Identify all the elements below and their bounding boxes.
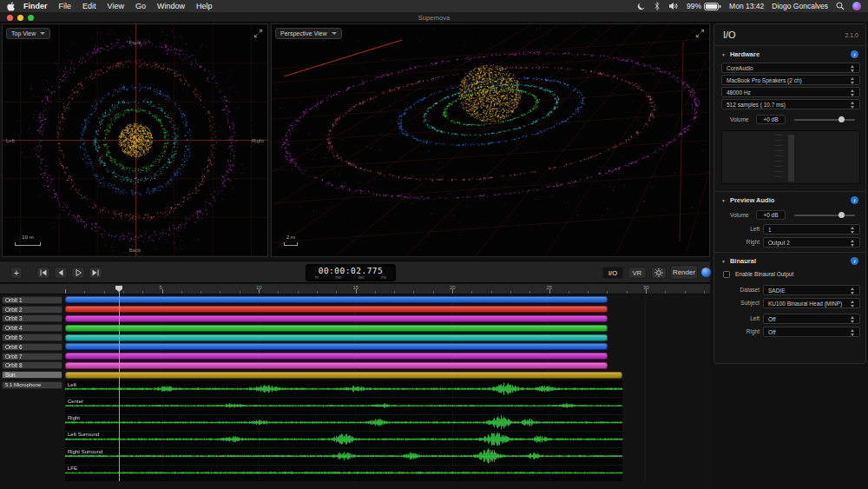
fullscreen-icon[interactable] (253, 28, 264, 39)
skip-to-end-button[interactable] (89, 267, 102, 279)
top-view-canvas[interactable] (3, 24, 267, 256)
panel-title: I/O (723, 30, 736, 40)
vr-view-button[interactable]: VR (628, 267, 647, 279)
hardware-volume-value[interactable]: +0 dB (756, 115, 786, 124)
channel-label: Left Surround (68, 432, 99, 437)
track-clip[interactable] (65, 343, 608, 350)
perspective-view-canvas[interactable] (272, 24, 709, 256)
playhead[interactable] (119, 286, 120, 481)
disclosure-triangle-icon[interactable]: ▼ (721, 198, 726, 203)
ruler-tick (240, 291, 240, 294)
buffer-size-select[interactable]: 512 samples ( 10.7 ms) (721, 99, 860, 109)
settings-button[interactable] (651, 267, 667, 279)
version-label: 2.1.0 (845, 32, 858, 38)
info-icon[interactable]: i (851, 50, 858, 58)
track-clip[interactable] (65, 362, 608, 369)
timeline-ruler[interactable]: 51015202530 (0, 284, 710, 294)
disclosure-triangle-icon[interactable]: ▼ (721, 52, 726, 57)
updown-chevron-icon (851, 240, 856, 247)
info-icon[interactable]: i (851, 196, 858, 204)
info-icon[interactable]: i (851, 257, 858, 265)
io-view-button[interactable]: I/O (602, 267, 623, 279)
menubar-items: FileEditViewGoWindowHelp (59, 2, 224, 10)
top-view-selector[interactable]: Top View (6, 28, 50, 39)
preview-volume-value[interactable]: +0 dB (756, 210, 786, 220)
track-clip[interactable] (65, 306, 608, 313)
menu-item-help[interactable]: Help (196, 2, 213, 10)
slider-track (794, 119, 855, 121)
subject-value: KU100 Binaural Head (MINP) (768, 301, 842, 307)
track-clip[interactable] (65, 296, 608, 303)
dataset-select[interactable]: SADIE (763, 285, 860, 295)
section-header-binaural[interactable]: ▼ Binaural i (721, 257, 858, 265)
audio-driver-select[interactable]: CoreAudio (721, 63, 860, 73)
dataset-label: Dataset (714, 287, 760, 293)
preview-right-select[interactable]: Output 2 (763, 237, 860, 248)
skip-to-start-button[interactable] (36, 267, 50, 279)
track-label[interactable]: Orbit 2 (2, 306, 62, 314)
chevron-down-icon (40, 32, 45, 35)
menu-item-app[interactable]: Finder (23, 2, 48, 10)
bluetooth-icon[interactable] (654, 1, 661, 11)
play-button[interactable] (71, 267, 85, 279)
subject-select[interactable]: KU100 Binaural Head (MINP) (763, 298, 860, 308)
preview-left-label: Left (714, 226, 760, 232)
fullscreen-icon[interactable] (694, 28, 706, 39)
track-label[interactable]: Orbit 7 (2, 353, 62, 360)
track-label[interactable]: Orbit 3 (2, 314, 62, 322)
hardware-volume-slider[interactable] (794, 115, 855, 124)
binaural-right-label: Right (714, 328, 760, 334)
do-not-disturb-icon[interactable] (637, 2, 646, 10)
render-status-icon[interactable] (701, 268, 711, 277)
binaural-right-select[interactable]: Off (763, 327, 860, 337)
subject-label: Subject (714, 300, 760, 306)
slider-thumb[interactable] (838, 212, 845, 218)
slider-thumb[interactable] (838, 116, 845, 122)
axis-label-front: Front (128, 40, 141, 45)
preview-left-value: 1 (768, 227, 772, 233)
track-label[interactable]: Sun (2, 371, 62, 379)
ruler-tick (413, 291, 414, 294)
binaural-left-select[interactable]: Off (763, 314, 860, 324)
menu-item-file[interactable]: File (59, 2, 72, 10)
preview-right-label: Right (714, 239, 760, 245)
track-clip[interactable] (65, 334, 608, 341)
track-label[interactable]: Orbit 4 (2, 324, 62, 332)
disclosure-triangle-icon[interactable]: ▼ (721, 259, 726, 264)
apple-menu-icon[interactable] (7, 2, 15, 11)
ruler-tick (665, 291, 666, 294)
track-label[interactable]: 5.1 Microphone (2, 381, 62, 389)
siri-icon[interactable] (852, 2, 861, 10)
step-back-button[interactable] (54, 267, 68, 279)
battery-indicator[interactable]: 99% (687, 2, 721, 10)
render-button[interactable]: Render (670, 265, 698, 280)
menu-item-view[interactable]: View (108, 2, 124, 10)
menu-item-go[interactable]: Go (135, 2, 146, 10)
preview-volume-slider[interactable] (794, 210, 855, 220)
menu-item-edit[interactable]: Edit (82, 2, 96, 10)
track-label[interactable]: Orbit 6 (2, 343, 62, 351)
perspective-view-selector[interactable]: Perspective View (275, 28, 342, 39)
track-clip[interactable] (65, 315, 608, 322)
section-header-preview-audio[interactable]: ▼ Preview Audio i (721, 196, 858, 204)
track-label[interactable]: Orbit 8 (2, 361, 62, 369)
enable-binaural-checkbox[interactable] (723, 271, 730, 278)
sample-rate-select[interactable]: 48000 Hz (721, 87, 860, 97)
menu-item-window[interactable]: Window (157, 2, 185, 10)
track-clip[interactable] (65, 372, 622, 379)
menubar-clock[interactable]: Mon 13:42 (729, 2, 764, 10)
track-clip[interactable] (65, 325, 608, 332)
add-track-button[interactable]: + (10, 267, 23, 279)
audio-device-select[interactable]: MacBook Pro Speakers (2 ch) (721, 75, 860, 85)
menubar-user[interactable]: Diogo Goncalves (772, 2, 828, 10)
spotlight-icon[interactable] (836, 2, 845, 10)
track-clip[interactable] (65, 353, 608, 360)
updown-chevron-icon (851, 65, 856, 72)
track-label[interactable]: Orbit 1 (2, 296, 62, 304)
section-header-hardware[interactable]: ▼ Hardware i (721, 50, 858, 58)
preview-left-select[interactable]: 1 (763, 224, 860, 235)
waveform-area[interactable]: LeftCenterRightLeft SurroundRight Surrou… (65, 380, 622, 481)
ruler-tick (278, 291, 279, 294)
volume-icon[interactable] (668, 2, 679, 10)
track-label[interactable]: Orbit 5 (2, 334, 62, 341)
